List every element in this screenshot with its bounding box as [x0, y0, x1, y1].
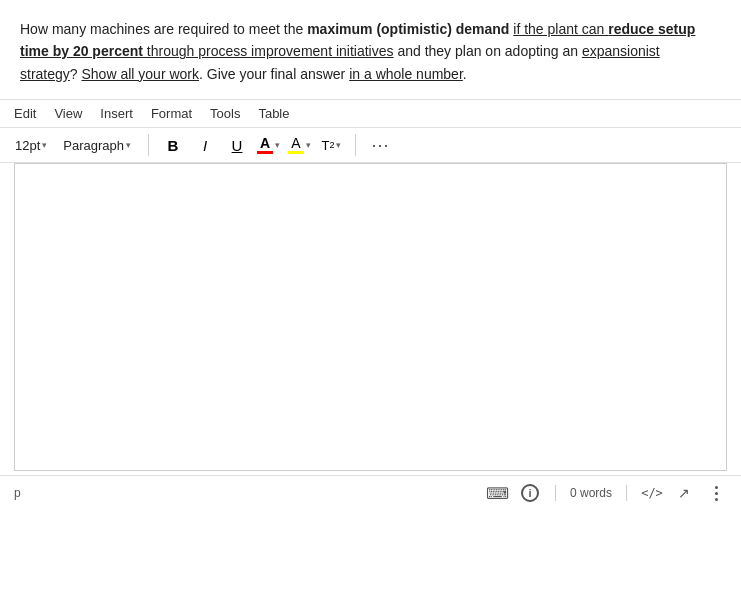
show-work-link[interactable]: Show all your work [82, 66, 200, 82]
question-area: How many machines are required to meet t… [0, 0, 741, 99]
toolbar-separator-2 [355, 134, 356, 156]
status-separator-2 [626, 485, 627, 501]
underline-button[interactable]: U [223, 132, 251, 158]
font-color-chevron: ▾ [275, 140, 280, 150]
question-suffix3: . Give your final answer [199, 66, 349, 82]
code-icon: </> [641, 486, 663, 500]
superscript-label: T2 [322, 138, 335, 153]
font-color-indicator: A [257, 136, 273, 154]
font-size-selector[interactable]: 12pt ▾ [10, 135, 52, 156]
question-suffix1: and they plan on adopting an [394, 43, 582, 59]
font-color-button[interactable]: A ▾ [255, 134, 282, 156]
question-underline4: in a whole number [349, 66, 463, 82]
status-bar: p ⌨ i 0 words </> ↗ [0, 475, 741, 510]
more-status-button[interactable] [705, 482, 727, 504]
italic-button[interactable]: I [191, 132, 219, 158]
highlight-chevron: ▾ [306, 140, 311, 150]
keyboard-icon-button[interactable]: ⌨ [487, 482, 509, 504]
question-underline1: if the plant can [513, 21, 608, 37]
font-size-value: 12pt [15, 138, 40, 153]
status-separator-1 [555, 485, 556, 501]
word-count: 0 words [570, 486, 612, 500]
paragraph-style-chevron: ▾ [126, 140, 131, 150]
more-options-button[interactable]: ⋯ [366, 132, 394, 158]
question-underline2: through process improvement initiatives [143, 43, 394, 59]
paragraph-style-value: Paragraph [63, 138, 124, 153]
font-color-letter: A [260, 136, 270, 150]
menu-item-tools[interactable]: Tools [210, 104, 240, 123]
paragraph-style-selector[interactable]: Paragraph ▾ [56, 135, 138, 156]
font-size-chevron: ▾ [42, 140, 47, 150]
toolbar: 12pt ▾ Paragraph ▾ B I U A ▾ A ▾ T2 ▾ ⋯ [0, 128, 741, 163]
question-prefix: How many machines are required to meet t… [20, 21, 307, 37]
info-icon: i [521, 484, 539, 502]
menu-item-insert[interactable]: Insert [100, 104, 133, 123]
menu-item-edit[interactable]: Edit [14, 104, 36, 123]
question-bold: maximum (optimistic) demand [307, 21, 509, 37]
bold-button[interactable]: B [159, 132, 187, 158]
highlight-indicator: A [288, 136, 304, 154]
code-view-button[interactable]: </> [641, 482, 663, 504]
menu-item-view[interactable]: View [54, 104, 82, 123]
highlight-bar [288, 151, 304, 154]
expand-icon: ↗ [678, 485, 690, 501]
toolbar-separator-1 [148, 134, 149, 156]
superscript-chevron: ▾ [336, 140, 341, 150]
status-right: ⌨ i 0 words </> ↗ [487, 482, 727, 504]
menu-item-format[interactable]: Format [151, 104, 192, 123]
highlight-button[interactable]: A ▾ [286, 134, 313, 156]
highlight-letter: A [291, 136, 300, 150]
accessibility-icon-button[interactable]: i [519, 482, 541, 504]
expand-button[interactable]: ↗ [673, 482, 695, 504]
superscript-button[interactable]: T2 ▾ [317, 132, 345, 158]
font-color-bar [257, 151, 273, 154]
menu-item-table[interactable]: Table [258, 104, 289, 123]
question-suffix4: . [463, 66, 467, 82]
menu-bar: Edit View Insert Format Tools Table [0, 99, 741, 128]
status-tag: p [14, 486, 487, 500]
editor-area[interactable] [14, 163, 727, 471]
question-suffix2: ? [70, 66, 82, 82]
keyboard-icon: ⌨ [486, 484, 509, 503]
three-dots-icon [713, 484, 720, 503]
